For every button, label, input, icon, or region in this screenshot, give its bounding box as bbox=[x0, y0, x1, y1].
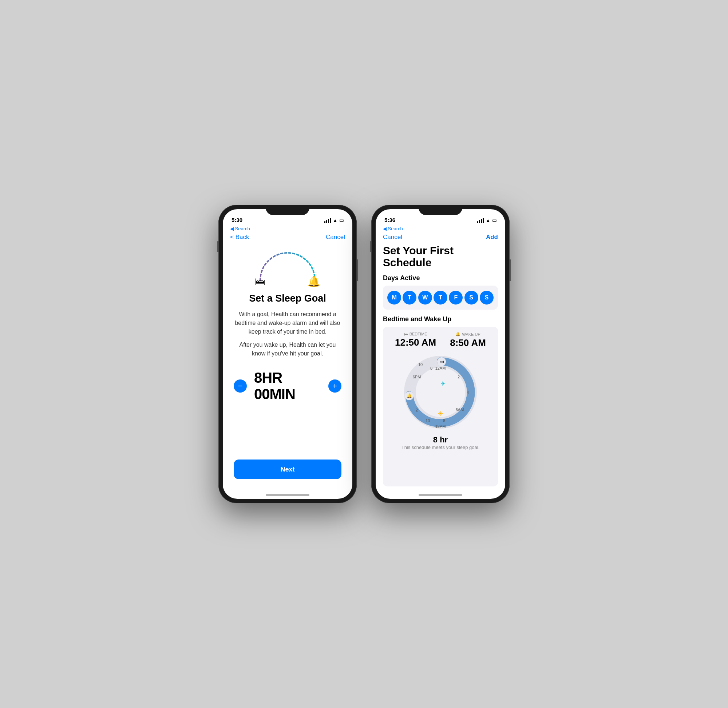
day-wednesday[interactable]: W bbox=[418, 291, 432, 305]
screen-2: 5:36 ▲ ▭ ◀ Search Cancel bbox=[376, 209, 505, 499]
bedtime-card: 🛏 BEDTIME 12:50 AM 🔔 WAKE UP 8:50 AM bbox=[383, 327, 498, 486]
svg-text:12AM: 12AM bbox=[435, 366, 446, 370]
wifi-icon-1: ▲ bbox=[333, 218, 337, 223]
status-time-2: 5:36 bbox=[384, 217, 395, 223]
search-back-2[interactable]: ◀ Search bbox=[376, 225, 505, 231]
phone-1: 5:30 ▲ ▭ ◀ Search < Back bbox=[218, 205, 357, 503]
search-back-1[interactable]: ◀ Search bbox=[223, 225, 352, 231]
signal-icon-2 bbox=[477, 218, 484, 223]
svg-text:6AM: 6AM bbox=[456, 408, 464, 412]
signal-icon-1 bbox=[324, 218, 331, 223]
day-thursday[interactable]: T bbox=[433, 291, 448, 305]
bed-icon: 🛏 bbox=[255, 276, 265, 287]
svg-text:8: 8 bbox=[430, 366, 432, 370]
svg-text:8: 8 bbox=[443, 418, 445, 423]
svg-text:4: 4 bbox=[466, 390, 469, 395]
wakeup-type-label: 🔔 WAKE UP bbox=[450, 332, 486, 337]
nav-bar-1: < Back Cancel bbox=[223, 231, 352, 244]
cancel-button-2[interactable]: Cancel bbox=[383, 234, 402, 241]
battery-icon-1: ▭ bbox=[339, 218, 344, 223]
phones-container: 5:30 ▲ ▭ ◀ Search < Back bbox=[218, 205, 510, 503]
day-saturday[interactable]: S bbox=[465, 291, 478, 305]
goal-control: − 8HR 00MIN + bbox=[234, 370, 341, 402]
day-sunday[interactable]: S bbox=[480, 291, 494, 305]
bedtime-block: 🛏 BEDTIME 12:50 AM bbox=[395, 332, 436, 348]
day-friday[interactable]: F bbox=[449, 291, 463, 305]
home-indicator-2 bbox=[376, 486, 505, 499]
screen-content-2: Set Your First Schedule Days Active M T … bbox=[376, 242, 505, 486]
svg-text:☀: ☀ bbox=[437, 410, 443, 417]
svg-text:🔔: 🔔 bbox=[407, 393, 412, 398]
wakeup-block: 🔔 WAKE UP 8:50 AM bbox=[450, 332, 486, 348]
duration-value: 8 hr bbox=[388, 435, 493, 445]
add-button[interactable]: Add bbox=[486, 234, 498, 241]
increase-goal-button[interactable]: + bbox=[328, 379, 341, 393]
sleep-arc: 🛏 🔔 bbox=[251, 247, 324, 287]
clock-svg: 12AM 2 4 6AM 8 10 12PM 2 4 6PM 8 10 bbox=[400, 352, 481, 432]
bedtime-value: 12:50 AM bbox=[395, 337, 436, 348]
bedtime-type-label: 🛏 BEDTIME bbox=[395, 332, 436, 336]
bedtime-label: Bedtime and Wake Up bbox=[383, 315, 498, 323]
nav-bar-2: Cancel Add bbox=[376, 231, 505, 242]
sleep-duration: 8 hr This schedule meets your sleep goal… bbox=[388, 435, 493, 450]
status-icons-1: ▲ ▭ bbox=[324, 218, 344, 223]
next-button[interactable]: Next bbox=[234, 460, 341, 479]
goal-value: 8HR 00MIN bbox=[254, 370, 321, 402]
bedtime-times: 🛏 BEDTIME 12:50 AM 🔔 WAKE UP 8:50 AM bbox=[388, 332, 493, 348]
page-title-2: Set Your First Schedule bbox=[383, 244, 498, 268]
notch-2 bbox=[418, 205, 462, 215]
status-icons-2: ▲ ▭ bbox=[477, 218, 497, 223]
cancel-button-1[interactable]: Cancel bbox=[326, 234, 345, 241]
svg-text:🛏: 🛏 bbox=[439, 359, 444, 364]
day-tuesday[interactable]: T bbox=[403, 291, 416, 305]
days-container: M T W T F S S bbox=[383, 286, 498, 310]
svg-text:12PM: 12PM bbox=[435, 424, 446, 429]
back-button-1[interactable]: < Back bbox=[230, 234, 249, 241]
svg-text:10: 10 bbox=[418, 363, 423, 367]
battery-icon-2: ▭ bbox=[492, 218, 497, 223]
decrease-goal-button[interactable]: − bbox=[234, 379, 247, 393]
screen-1: 5:30 ▲ ▭ ◀ Search < Back bbox=[223, 209, 352, 499]
svg-text:10: 10 bbox=[426, 418, 430, 423]
screen-content-1: 🛏 🔔 Set a Sleep Goal With a goal, Health… bbox=[223, 244, 352, 486]
status-time-1: 5:30 bbox=[231, 217, 243, 223]
svg-text:2: 2 bbox=[416, 408, 418, 412]
wifi-icon-2: ▲ bbox=[485, 218, 490, 223]
description-1: With a goal, Health can recommend a bedt… bbox=[234, 310, 341, 336]
description-2: After you wake up, Health can let you kn… bbox=[234, 341, 341, 358]
home-indicator-1 bbox=[223, 486, 352, 499]
days-label: Days Active bbox=[383, 274, 498, 282]
notch-1 bbox=[266, 205, 310, 215]
svg-text:6PM: 6PM bbox=[413, 375, 421, 379]
svg-text:✈: ✈ bbox=[440, 380, 445, 387]
day-monday[interactable]: M bbox=[387, 291, 401, 305]
page-title-1: Set a Sleep Goal bbox=[249, 293, 326, 304]
phone-2: 5:36 ▲ ▭ ◀ Search Cancel bbox=[371, 205, 510, 503]
wakeup-value: 8:50 AM bbox=[450, 337, 486, 348]
svg-text:2: 2 bbox=[458, 375, 460, 379]
sleep-clock[interactable]: 12AM 2 4 6AM 8 10 12PM 2 4 6PM 8 10 bbox=[400, 352, 481, 432]
bell-icon: 🔔 bbox=[308, 276, 320, 287]
duration-subtitle: This schedule meets your sleep goal. bbox=[388, 445, 493, 450]
